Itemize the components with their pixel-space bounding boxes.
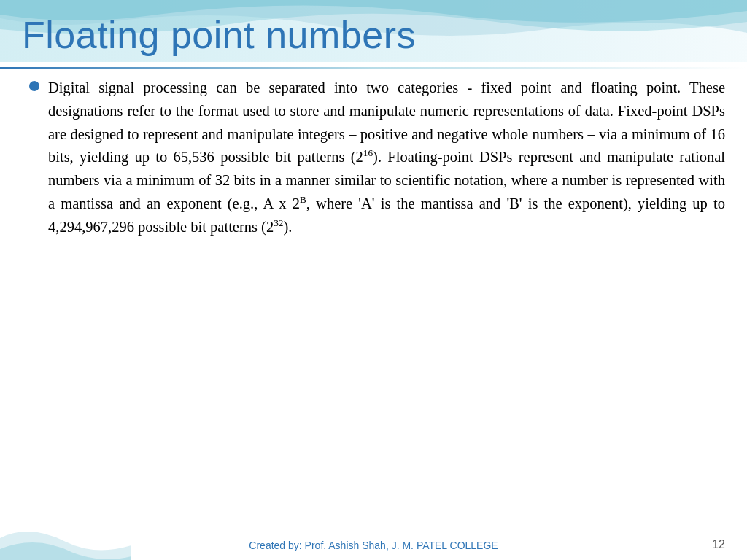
slide: Floating point numbers Digital signal pr… [0,0,747,560]
page-number: 12 [712,538,725,551]
slide-title: Floating point numbers [22,13,725,57]
footer-text: Created by: Prof. Ashish Shah, J. M. PAT… [249,540,498,551]
bullet-text: Digital signal processing can be separat… [48,77,725,238]
content-area: Digital signal processing can be separat… [29,77,725,516]
bullet-dot [29,81,39,91]
bottom-left-decoration [0,516,131,560]
title-divider [0,67,747,69]
bullet-item: Digital signal processing can be separat… [29,77,725,238]
title-area: Floating point numbers [22,13,725,57]
